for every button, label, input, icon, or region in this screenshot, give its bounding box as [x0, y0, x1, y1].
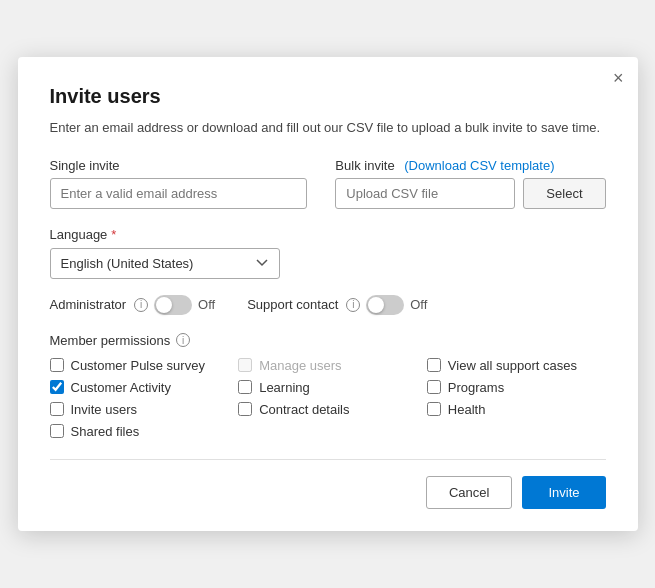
support-contact-state: Off [410, 297, 427, 312]
modal-description: Enter an email address or download and f… [50, 118, 606, 138]
member-permissions-info-icon[interactable]: i [176, 333, 190, 347]
support-contact-toggle-group: Support contact i Off [247, 295, 427, 315]
checkbox-view-support[interactable] [427, 358, 441, 372]
checkbox-item-view-support[interactable]: View all support cases [427, 358, 606, 373]
language-label: Language * [50, 227, 606, 242]
checkbox-item-customer-activity[interactable]: Customer Activity [50, 380, 229, 395]
checkbox-customer-pulse[interactable] [50, 358, 64, 372]
checkbox-label-learning: Learning [259, 380, 310, 395]
administrator-label: Administrator [50, 297, 127, 312]
close-button[interactable]: × [613, 69, 624, 87]
support-contact-toggle-thumb [368, 297, 384, 313]
administrator-toggle-thumb [156, 297, 172, 313]
checkbox-label-shared-files: Shared files [71, 424, 140, 439]
single-invite-group: Single invite [50, 158, 308, 209]
checkbox-label-health: Health [448, 402, 486, 417]
bulk-invite-group: Bulk invite (Download CSV template) Sele… [335, 158, 605, 209]
checkbox-item-programs[interactable]: Programs [427, 380, 606, 395]
support-contact-info-icon[interactable]: i [346, 298, 360, 312]
support-contact-toggle[interactable] [366, 295, 404, 315]
checkbox-item-manage-users: Manage users [238, 358, 417, 373]
modal-title: Invite users [50, 85, 606, 108]
upload-csv-input[interactable] [335, 178, 515, 209]
download-csv-link[interactable]: (Download CSV template) [404, 158, 554, 173]
single-invite-label: Single invite [50, 158, 308, 173]
administrator-state: Off [198, 297, 215, 312]
administrator-info-icon[interactable]: i [134, 298, 148, 312]
checkbox-shared-files[interactable] [50, 424, 64, 438]
administrator-toggle[interactable] [154, 295, 192, 315]
checkbox-label-contract-details: Contract details [259, 402, 349, 417]
member-permissions-title: Member permissions i [50, 333, 606, 348]
email-input[interactable] [50, 178, 308, 209]
bulk-invite-label: Bulk invite (Download CSV template) [335, 158, 605, 173]
permissions-grid: Customer Pulse surveyManage usersView al… [50, 358, 606, 439]
select-button[interactable]: Select [523, 178, 605, 209]
checkbox-programs[interactable] [427, 380, 441, 394]
checkbox-contract-details[interactable] [238, 402, 252, 416]
checkbox-health[interactable] [427, 402, 441, 416]
checkbox-item-health[interactable]: Health [427, 402, 606, 417]
checkbox-label-customer-activity: Customer Activity [71, 380, 171, 395]
checkbox-label-customer-pulse: Customer Pulse survey [71, 358, 205, 373]
invite-users-modal: × Invite users Enter an email address or… [18, 57, 638, 531]
support-contact-label: Support contact [247, 297, 338, 312]
checkbox-learning[interactable] [238, 380, 252, 394]
checkbox-label-view-support: View all support cases [448, 358, 577, 373]
required-marker: * [111, 227, 116, 242]
bulk-invite-inner: Select [335, 178, 605, 209]
checkbox-label-programs: Programs [448, 380, 504, 395]
cancel-button[interactable]: Cancel [426, 476, 512, 509]
checkbox-item-learning[interactable]: Learning [238, 380, 417, 395]
invite-button[interactable]: Invite [522, 476, 605, 509]
administrator-toggle-group: Administrator i Off [50, 295, 216, 315]
checkbox-item-invite-users[interactable]: Invite users [50, 402, 229, 417]
checkbox-item-shared-files[interactable]: Shared files [50, 424, 229, 439]
checkbox-item-contract-details[interactable]: Contract details [238, 402, 417, 417]
modal-footer: Cancel Invite [50, 459, 606, 509]
language-select[interactable]: English (United States) French German Sp… [50, 248, 280, 279]
checkbox-label-invite-users: Invite users [71, 402, 137, 417]
checkbox-label-manage-users: Manage users [259, 358, 341, 373]
checkbox-manage-users [238, 358, 252, 372]
checkbox-customer-activity[interactable] [50, 380, 64, 394]
language-section: Language * English (United States) Frenc… [50, 227, 606, 279]
toggles-row: Administrator i Off Support contact i Of… [50, 295, 606, 315]
checkbox-item-customer-pulse[interactable]: Customer Pulse survey [50, 358, 229, 373]
invite-row: Single invite Bulk invite (Download CSV … [50, 158, 606, 209]
checkbox-invite-users[interactable] [50, 402, 64, 416]
